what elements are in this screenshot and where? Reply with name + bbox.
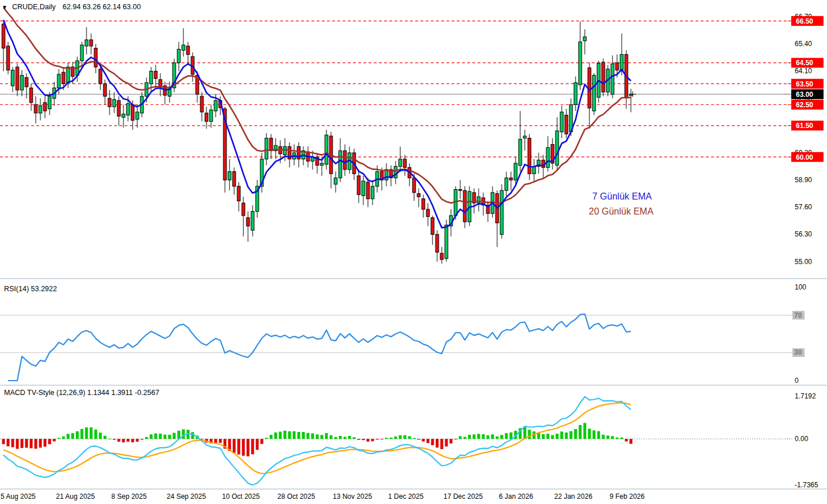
- candle[interactable]: [29, 84, 33, 111]
- candle[interactable]: [186, 42, 190, 65]
- candle[interactable]: [25, 73, 28, 99]
- candle[interactable]: [168, 82, 171, 103]
- candle[interactable]: [385, 163, 388, 186]
- candle[interactable]: [255, 180, 259, 217]
- candle[interactable]: [532, 159, 536, 182]
- macd-histogram-bar: [321, 435, 324, 439]
- candle[interactable]: [103, 80, 107, 105]
- candle[interactable]: [509, 172, 513, 191]
- candle[interactable]: [546, 136, 550, 172]
- candle[interactable]: [154, 65, 157, 88]
- candle[interactable]: [417, 189, 420, 208]
- candle[interactable]: [518, 111, 522, 171]
- candle[interactable]: [408, 163, 411, 186]
- candle[interactable]: [551, 138, 554, 170]
- candle[interactable]: [34, 96, 37, 123]
- candle[interactable]: [537, 153, 540, 174]
- candle[interactable]: [288, 142, 291, 168]
- candle[interactable]: [505, 172, 508, 197]
- rsi-line[interactable]: [8, 314, 631, 381]
- candle[interactable]: [136, 104, 139, 127]
- candle[interactable]: [2, 22, 5, 71]
- candle[interactable]: [251, 205, 254, 236]
- candle[interactable]: [371, 180, 374, 205]
- candle[interactable]: [117, 96, 121, 126]
- candle[interactable]: [16, 64, 19, 96]
- candle[interactable]: [43, 96, 47, 118]
- candle[interactable]: [366, 178, 370, 208]
- candle[interactable]: [85, 27, 88, 54]
- macd-histogram-bar: [344, 437, 347, 439]
- candle[interactable]: [565, 109, 568, 138]
- candle[interactable]: [182, 28, 185, 57]
- candle[interactable]: [334, 172, 337, 193]
- candle[interactable]: [426, 203, 430, 226]
- candle[interactable]: [292, 144, 296, 165]
- candle[interactable]: [403, 155, 407, 176]
- candle[interactable]: [625, 50, 628, 109]
- candle[interactable]: [159, 73, 162, 96]
- candle[interactable]: [209, 104, 213, 127]
- candle[interactable]: [486, 201, 490, 221]
- candle[interactable]: [542, 155, 545, 178]
- candle[interactable]: [458, 180, 462, 199]
- chart-canvas[interactable]: 66.7065.4064.1062.8061.5060.2058.9057.60…: [0, 0, 827, 504]
- candle[interactable]: [357, 170, 360, 203]
- candle[interactable]: [422, 195, 425, 218]
- candle[interactable]: [89, 33, 93, 54]
- candle[interactable]: [205, 107, 208, 129]
- candle[interactable]: [495, 190, 499, 247]
- macd-line[interactable]: [3, 397, 631, 485]
- ema20-line[interactable]: [3, 7, 631, 204]
- candle[interactable]: [588, 63, 591, 129]
- candle-body-bull: [122, 114, 125, 117]
- candle[interactable]: [440, 247, 443, 264]
- candle[interactable]: [237, 182, 240, 212]
- candle[interactable]: [122, 104, 125, 127]
- candle[interactable]: [177, 42, 181, 72]
- candle[interactable]: [362, 176, 365, 205]
- candle[interactable]: [578, 21, 582, 90]
- candle[interactable]: [274, 138, 277, 159]
- candle[interactable]: [269, 134, 273, 159]
- candle[interactable]: [325, 130, 328, 170]
- candle[interactable]: [315, 153, 319, 174]
- candle[interactable]: [246, 212, 250, 242]
- chart-window: 66.7065.4064.1062.8061.5060.2058.9057.60…: [0, 0, 827, 504]
- candle[interactable]: [431, 216, 434, 245]
- candle[interactable]: [435, 230, 439, 261]
- candle[interactable]: [297, 142, 300, 168]
- candle[interactable]: [200, 92, 204, 122]
- candle[interactable]: [265, 133, 268, 165]
- candle[interactable]: [232, 167, 236, 194]
- macd-histogram-bar: [99, 432, 102, 439]
- candle[interactable]: [112, 92, 116, 113]
- candle-body-bear: [435, 234, 439, 252]
- candle[interactable]: [528, 134, 531, 180]
- candle[interactable]: [560, 106, 563, 138]
- candle[interactable]: [592, 73, 596, 115]
- candle[interactable]: [629, 89, 633, 112]
- candle[interactable]: [242, 197, 245, 236]
- candle[interactable]: [39, 99, 42, 121]
- candle-body-bull: [578, 42, 582, 85]
- candle[interactable]: [500, 184, 503, 238]
- candle[interactable]: [463, 186, 467, 228]
- candle[interactable]: [11, 67, 14, 92]
- candle-body-bear: [565, 115, 568, 134]
- candle[interactable]: [6, 42, 10, 74]
- candle[interactable]: [555, 117, 559, 170]
- candle[interactable]: [163, 82, 167, 105]
- candle[interactable]: [399, 146, 402, 172]
- symbol-dropdown-icon[interactable]: ▼: [2, 4, 7, 10]
- candle[interactable]: [108, 90, 111, 115]
- candle[interactable]: [477, 189, 480, 212]
- candle[interactable]: [343, 144, 347, 175]
- candle[interactable]: [228, 159, 231, 190]
- candle[interactable]: [602, 59, 605, 96]
- candle[interactable]: [574, 77, 577, 111]
- candle[interactable]: [20, 70, 24, 96]
- candle[interactable]: [172, 59, 176, 92]
- candle[interactable]: [523, 130, 527, 151]
- candle[interactable]: [583, 29, 587, 55]
